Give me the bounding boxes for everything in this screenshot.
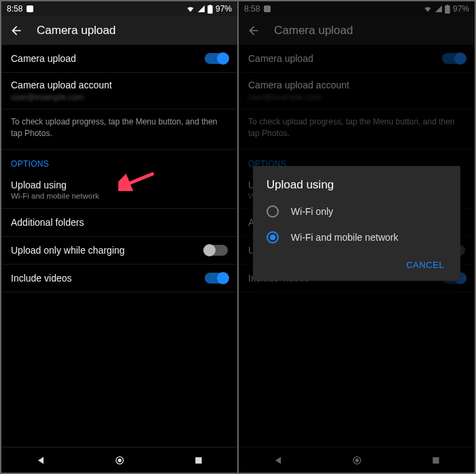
app-bar: Camera upload xyxy=(1,16,237,45)
setting-camera-upload[interactable]: Camera upload xyxy=(1,45,237,73)
account-email: user@example.com xyxy=(11,92,228,102)
setting-label: Camera upload account xyxy=(11,80,228,90)
phone-right: 8:58 97% Camera upload Camera upload Cam… xyxy=(239,1,475,473)
radio-label: Wi-Fi only xyxy=(291,206,333,217)
radio-option-wifi-mobile[interactable]: Wi-Fi and mobile network xyxy=(253,224,460,250)
status-icons: 97% xyxy=(186,4,232,14)
nav-back-icon[interactable] xyxy=(35,455,46,466)
options-header: OPTIONS xyxy=(1,150,237,171)
setting-additional-folders[interactable]: Additional folders xyxy=(1,209,237,237)
radio-option-wifi-only[interactable]: Wi-Fi only xyxy=(253,199,460,224)
upload-using-dialog: Upload using Wi-Fi only Wi-Fi and mobile… xyxy=(253,166,460,281)
settings-list: Camera upload Camera upload account user… xyxy=(1,45,237,447)
nav-recent-icon[interactable] xyxy=(194,456,203,465)
info-text: To check upload progress, tap the Menu b… xyxy=(1,109,237,150)
nav-bar xyxy=(1,447,237,473)
setting-upload-charging[interactable]: Upload only while charging xyxy=(1,237,237,265)
status-bar: 8:58 97% xyxy=(1,1,237,16)
camera-upload-toggle[interactable] xyxy=(205,53,228,64)
setting-label: Include videos xyxy=(11,273,72,284)
setting-account[interactable]: Camera upload account user@example.com xyxy=(1,73,237,109)
cancel-button[interactable]: CANCEL xyxy=(399,256,451,274)
radio-icon xyxy=(267,205,279,218)
setting-include-videos[interactable]: Include videos xyxy=(1,265,237,292)
dialog-overlay[interactable]: Upload using Wi-Fi only Wi-Fi and mobile… xyxy=(239,1,475,473)
setting-label: Upload only while charging xyxy=(11,245,124,256)
dialog-title: Upload using xyxy=(253,178,460,199)
battery-percent: 97% xyxy=(216,4,232,14)
setting-label: Camera upload xyxy=(11,53,76,64)
back-arrow-icon[interactable] xyxy=(10,24,23,37)
charging-toggle[interactable] xyxy=(205,245,228,256)
setting-subtitle: Wi-Fi and mobile network xyxy=(11,192,99,200)
signal-icon xyxy=(197,5,206,13)
setting-label: Additional folders xyxy=(11,217,84,228)
radio-icon xyxy=(267,231,279,243)
setting-label: Upload using xyxy=(11,180,99,190)
notification-icon xyxy=(27,5,33,12)
status-time: 8:58 xyxy=(7,4,22,14)
phone-left: 8:58 97% Camera upload Camera upload Cam… xyxy=(1,1,237,473)
setting-upload-using[interactable]: Upload using Wi-Fi and mobile network xyxy=(1,171,237,209)
svg-rect-1 xyxy=(209,5,211,5)
radio-label: Wi-Fi and mobile network xyxy=(291,232,398,243)
svg-rect-4 xyxy=(195,457,201,463)
svg-point-3 xyxy=(118,458,122,462)
nav-home-icon[interactable] xyxy=(114,455,125,466)
page-title: Camera upload xyxy=(37,24,116,37)
battery-icon xyxy=(207,5,213,14)
videos-toggle[interactable] xyxy=(205,273,228,284)
wifi-icon xyxy=(186,5,195,13)
svg-rect-0 xyxy=(207,5,212,13)
